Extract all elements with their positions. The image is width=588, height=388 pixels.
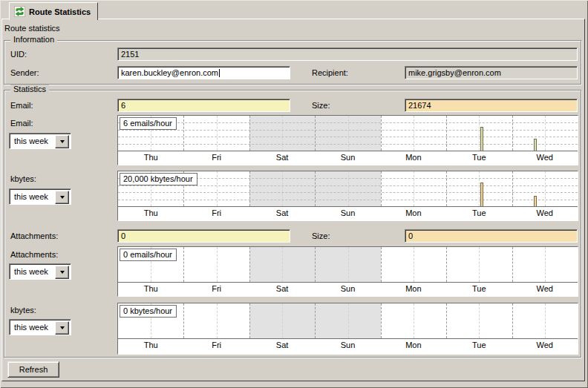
email-size-value: 21674: [408, 101, 431, 110]
day-label: Thu: [118, 207, 183, 220]
h-gridline: [118, 130, 578, 131]
midday-gridline: [414, 247, 414, 282]
chart4-period-value: this week: [10, 320, 55, 335]
uid-field[interactable]: 2151: [117, 47, 578, 61]
chevron-down-icon: [60, 196, 65, 199]
bar: [534, 196, 537, 206]
recipient-field[interactable]: mike.grigsby@enron.com: [405, 66, 578, 79]
chart4-dropdown-button[interactable]: [55, 321, 69, 335]
day-gridline: [249, 171, 250, 206]
h-gridline: [118, 192, 578, 193]
day-label: Sun: [315, 339, 380, 354]
day-label: Mon: [381, 283, 446, 296]
chart-scale-label: 6 emails/hour: [120, 117, 177, 130]
day-label: Thu: [118, 339, 183, 354]
attachments-size-field[interactable]: 0: [405, 229, 578, 243]
midday-gridline: [348, 116, 349, 151]
h-gridline: [118, 200, 578, 200]
midday-gridline: [545, 116, 546, 151]
chart4-row-label: kbytes:: [10, 306, 36, 315]
attachments-week-plot: 0 emails/hour: [118, 247, 578, 282]
sender-field[interactable]: karen.buckley@enron.com: [117, 66, 290, 79]
midday-gridline: [545, 247, 546, 282]
midday-gridline: [348, 247, 349, 282]
day-gridline: [249, 116, 250, 151]
email-week-plot: 6 emails/hour: [118, 116, 578, 151]
midday-gridline: [217, 247, 218, 282]
chart-scale-label: 20,000 kbytes/hour: [120, 173, 197, 185]
day-label: Tue: [446, 339, 512, 354]
midday-gridline: [479, 303, 480, 338]
email-count-field[interactable]: 6: [117, 99, 290, 112]
day-label: Mon: [381, 339, 446, 354]
email-count-value: 6: [121, 101, 125, 110]
day-label: Thu: [118, 283, 183, 296]
chart4-period-select[interactable]: this week: [9, 319, 71, 335]
route-statistics-window: Route Statistics Route statistics Inform…: [0, 0, 588, 388]
chart2-dropdown-button[interactable]: [55, 191, 69, 204]
information-legend: Information: [10, 35, 57, 45]
day-label: Mon: [381, 207, 446, 220]
refresh-button[interactable]: Refresh: [7, 361, 59, 378]
email-size-label: Size:: [312, 101, 330, 110]
day-label: Mon: [381, 151, 446, 165]
route-arrows-icon: [14, 6, 25, 17]
day-gridline: [381, 171, 382, 206]
day-gridline: [446, 116, 447, 151]
chart-day-labels: ThuFriSatSunMonTueWed: [118, 151, 578, 165]
bar: [480, 127, 483, 151]
recipient-label: Recipient:: [312, 68, 348, 77]
day-gridline: [183, 247, 184, 282]
chart-day-labels: ThuFriSatSunMonTueWed: [118, 339, 578, 354]
chart2-row-label: kbytes:: [10, 174, 36, 183]
day-label: Fri: [183, 283, 249, 296]
day-label: Wed: [512, 207, 578, 220]
day-gridline: [183, 303, 184, 338]
email-count-label: Email:: [10, 101, 33, 110]
chart3-period-select[interactable]: this week: [9, 263, 71, 280]
day-gridline: [183, 116, 184, 151]
recipient-value: mike.grigsby@enron.com: [408, 68, 501, 77]
attachments-week-chart: 0 emails/hour ThuFriSatSunMonTueWed: [117, 246, 578, 297]
attachments-count-field[interactable]: 0: [117, 229, 290, 243]
chart-scale-label: 0 emails/hour: [120, 249, 177, 261]
chart1-dropdown-button[interactable]: [55, 135, 69, 148]
chart-day-labels: ThuFriSatSunMonTueWed: [118, 283, 578, 296]
day-label: Sun: [315, 151, 380, 165]
midday-gridline: [479, 171, 480, 206]
chevron-down-icon: [60, 140, 65, 143]
h-gridline: [118, 137, 578, 137]
day-label: Thu: [118, 151, 183, 165]
day-gridline: [315, 303, 316, 338]
tab-route-statistics[interactable]: Route Statistics: [9, 2, 98, 20]
uid-value: 2151: [121, 50, 139, 59]
chart1-period-select[interactable]: this week: [9, 133, 71, 149]
midday-gridline: [414, 116, 414, 151]
chart1-row-label: Email:: [10, 119, 33, 128]
chart3-dropdown-button[interactable]: [55, 266, 69, 279]
day-gridline: [512, 116, 513, 151]
midday-gridline: [348, 171, 349, 206]
attachments-size-label: Size:: [312, 231, 330, 240]
day-gridline: [381, 116, 382, 151]
bar: [534, 139, 537, 151]
email-size-field[interactable]: 21674: [405, 99, 578, 112]
midday-gridline: [217, 116, 218, 151]
chevron-down-icon: [60, 271, 65, 274]
day-label: Tue: [446, 207, 512, 220]
kbytes-week-chart: 20,000 kbytes/hour ThuFriSatSunMonTueWed: [117, 171, 578, 221]
day-label: Wed: [512, 339, 578, 354]
day-label: Tue: [446, 283, 512, 296]
day-label: Wed: [512, 151, 578, 165]
day-label: Sun: [315, 283, 380, 296]
sender-value: karen.buckley@enron.com: [121, 68, 218, 77]
attachment-kbytes-week-chart: 0 kbytes/hour ThuFriSatSunMonTueWed: [117, 303, 578, 355]
chart-scale-label: 0 kbytes/hour: [120, 305, 177, 318]
kbytes-week-plot: 20,000 kbytes/hour: [118, 171, 578, 206]
day-gridline: [249, 303, 250, 338]
day-label: Sat: [249, 207, 315, 220]
chart2-period-select[interactable]: this week: [9, 188, 71, 205]
day-label: Sun: [315, 207, 380, 220]
day-gridline: [512, 303, 513, 338]
attachments-count-label: Attachments:: [10, 231, 58, 240]
